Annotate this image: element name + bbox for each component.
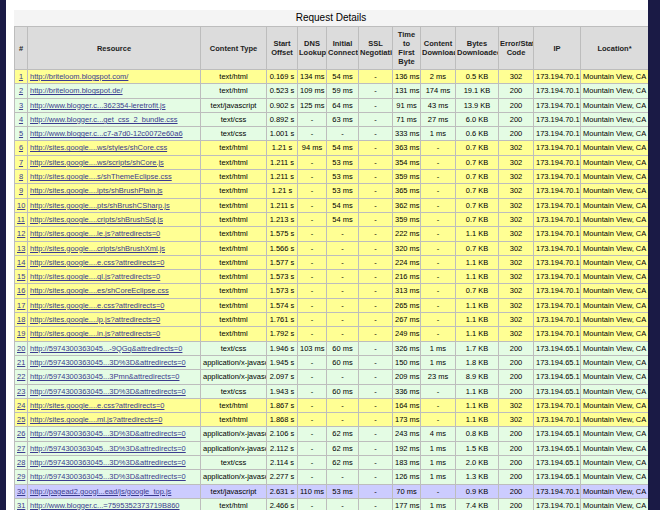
resource-link[interactable]: http://5974300363045...3D%3D&attredirect…: [30, 458, 186, 467]
resource-link[interactable]: http://www.blogger.c...get_css_2_bundle.…: [30, 115, 178, 124]
resource-link[interactable]: http://sites.google....es/shCoreEclipse.…: [30, 286, 169, 295]
resource-link[interactable]: http://5974300363045...3D%3D&attredirect…: [30, 444, 186, 453]
request-number-link[interactable]: 27: [17, 444, 25, 453]
request-number-link[interactable]: 14: [17, 258, 25, 267]
request-number-link[interactable]: 15: [17, 272, 25, 281]
status-code-cell: 200: [499, 498, 534, 510]
ip-cell: 173.194.70.102: [534, 241, 581, 255]
resource-link[interactable]: http://www.blogger.c...362354-leretrofit…: [30, 101, 166, 110]
resource-link[interactable]: http://sites.google....ipts/shBrushPlain…: [30, 186, 163, 195]
request-number-link[interactable]: 31: [17, 501, 25, 510]
location-cell: Mountain View, CA: [581, 112, 649, 126]
resource-link[interactable]: http://sites.google....ml.js?attredirect…: [30, 415, 162, 424]
ip-cell: 173.194.65.137: [534, 384, 581, 398]
resource-link[interactable]: http://sites.google....e.css?attredirect…: [30, 401, 164, 410]
resource-link[interactable]: http://www.blogger.c...=7595352373719B86…: [30, 501, 180, 510]
resource-link[interactable]: http://www.blogger.c...c7-a7d0-12c0072e6…: [30, 129, 183, 138]
resource-link[interactable]: http://5974300363045...3D%3D&attredirect…: [30, 387, 186, 396]
start-offset-cell: 1.21 s: [267, 141, 298, 155]
ssl-negotiation-cell: -: [359, 198, 393, 212]
request-number-link[interactable]: 3: [19, 101, 23, 110]
request-number-link[interactable]: 5: [19, 129, 23, 138]
resource-link[interactable]: http://sites.google....ws/scripts/shCore…: [30, 158, 164, 167]
resource-link[interactable]: http://5974300363045...3Pmn&attredirects…: [30, 372, 179, 381]
dns-lookup-cell: -: [298, 170, 327, 184]
request-number-link[interactable]: 1: [19, 72, 23, 81]
request-number-link[interactable]: 30: [17, 487, 25, 496]
resource-link[interactable]: http://sites.google....pts/shBrushCSharp…: [30, 201, 170, 210]
resource-link[interactable]: http://sites.google....lp.js?attredirect…: [30, 315, 160, 324]
initial-connection-cell: 53 ms: [327, 184, 359, 198]
resource-link-cell: http://5974300363045...3D%3D&attredirect…: [28, 470, 201, 484]
initial-connection-cell: 54 ms: [327, 212, 359, 226]
request-number-link[interactable]: 19: [17, 329, 25, 338]
request-number-link[interactable]: 2: [19, 86, 23, 95]
location-cell: Mountain View, CA: [581, 227, 649, 241]
status-code-cell: 200: [499, 456, 534, 470]
request-number-link[interactable]: 10: [17, 201, 25, 210]
request-number-link[interactable]: 17: [17, 301, 25, 310]
request-number-link[interactable]: 23: [17, 387, 25, 396]
time-to-first-byte-cell: 267 ms: [393, 313, 421, 327]
request-number-link[interactable]: 29: [17, 472, 25, 481]
request-number-link[interactable]: 16: [17, 286, 25, 295]
resource-link[interactable]: http://sites.google....ws/styles/shCore.…: [30, 143, 167, 152]
resource-link[interactable]: http://sites.google....le.js?attredirect…: [30, 229, 160, 238]
resource-link[interactable]: http://sites.google....e.css?attredirect…: [30, 301, 164, 310]
request-number-link[interactable]: 7: [19, 158, 23, 167]
resource-link[interactable]: http://sites.google....e.css?attredirect…: [30, 258, 164, 267]
table-row: 27http://5974300363045...3D%3D&attredire…: [15, 441, 649, 455]
content-type-cell: text/html: [201, 141, 267, 155]
page: { "page": { "title": "Request Details", …: [0, 0, 660, 510]
request-number-link[interactable]: 24: [17, 401, 25, 410]
time-to-first-byte-cell: 173 ms: [393, 413, 421, 427]
request-number-link[interactable]: 8: [19, 172, 23, 181]
request-number-link[interactable]: 25: [17, 415, 25, 424]
resource-link[interactable]: http://5974300363045...-9QGq&attredirect…: [30, 344, 182, 353]
resource-link[interactable]: http://sites.google....s/shThemeEclipse.…: [30, 172, 172, 181]
request-number-link[interactable]: 12: [17, 229, 25, 238]
location-cell: Mountain View, CA: [581, 98, 649, 112]
bytes-downloaded-cell: 0.7 KB: [456, 155, 499, 169]
dns-lookup-cell: -: [298, 298, 327, 312]
column-header-content-download: Content Download: [421, 27, 456, 70]
table-row: 6http://sites.google....ws/styles/shCore…: [15, 141, 649, 155]
request-number-link[interactable]: 11: [17, 215, 25, 224]
resource-link[interactable]: http://sites.google....cripts/shBrushSql…: [30, 215, 163, 224]
bytes-downloaded-cell: 19.1 KB: [456, 84, 499, 98]
resource-link[interactable]: http://pagead2.googl...ead/js/google_top…: [30, 487, 171, 496]
resource-link[interactable]: http://briteloom.blogspot.com/: [30, 72, 128, 81]
location-cell: Mountain View, CA: [581, 413, 649, 427]
request-number-link[interactable]: 22: [17, 372, 25, 381]
resource-link[interactable]: http://sites.google....in.js?attredirect…: [30, 329, 160, 338]
table-row: 4http://www.blogger.c...get_css_2_bundle…: [15, 112, 649, 126]
request-number-link[interactable]: 20: [17, 344, 25, 353]
request-details-section: Request Details #ResourceContent TypeSta…: [6, 0, 648, 510]
dns-lookup-cell: -: [298, 212, 327, 226]
table-row: 29http://5974300363045...3D%3D&attredire…: [15, 470, 649, 484]
status-code-cell: 302: [499, 284, 534, 298]
start-offset-cell: 1.573 s: [267, 284, 298, 298]
resource-link[interactable]: http://5974300363045...3D%3D&attredirect…: [30, 358, 186, 367]
resource-link[interactable]: http://5974300363045...3D%3D&attredirect…: [30, 429, 186, 438]
content-type-cell: text/html: [201, 241, 267, 255]
status-code-cell: 302: [499, 241, 534, 255]
time-to-first-byte-cell: 336 ms: [393, 384, 421, 398]
request-number-link[interactable]: 26: [17, 429, 25, 438]
table-row: 28http://5974300363045...3D%3D&attredire…: [15, 456, 649, 470]
request-number-link[interactable]: 18: [17, 315, 25, 324]
request-number-link[interactable]: 6: [19, 143, 23, 152]
request-number-link[interactable]: 4: [19, 115, 23, 124]
request-number-link[interactable]: 28: [17, 458, 25, 467]
resource-link[interactable]: http://sites.google....cripts/shBrushXml…: [30, 244, 165, 253]
content-download-cell: 1 ms: [421, 127, 456, 141]
resource-link[interactable]: http://sites.google....ql.js?attredirect…: [30, 272, 160, 281]
request-number-link-cell: 15: [15, 270, 28, 284]
column-header-dns-lookup: DNS Lookup: [298, 27, 327, 70]
ip-cell: 173.194.70.191: [534, 498, 581, 510]
resource-link[interactable]: http://5974300363045...3D%3D&attredirect…: [30, 472, 186, 481]
request-number-link[interactable]: 9: [19, 186, 23, 195]
request-number-link[interactable]: 13: [17, 244, 25, 253]
resource-link[interactable]: http://briteloom.blogspot.de/: [30, 86, 123, 95]
request-number-link[interactable]: 21: [17, 358, 25, 367]
